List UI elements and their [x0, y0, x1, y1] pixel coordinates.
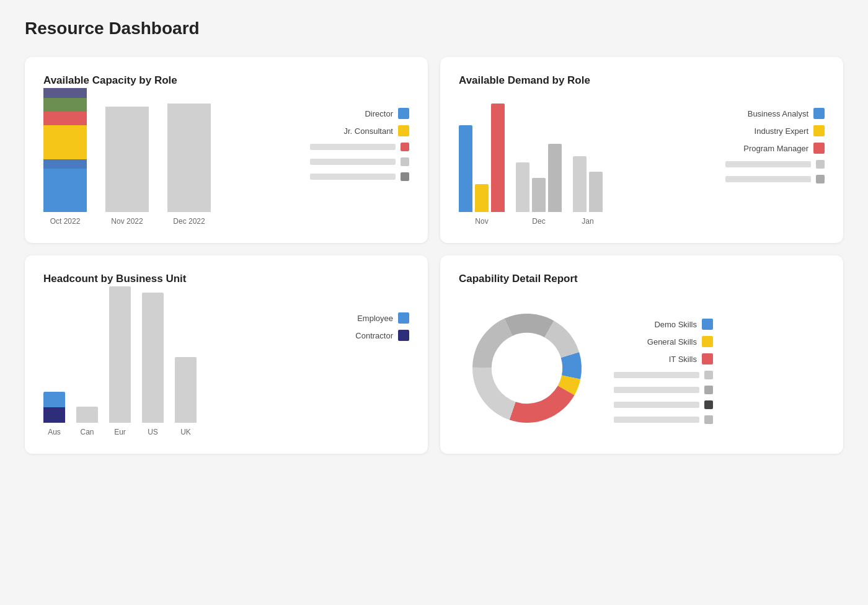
bar-x-label: Can: [80, 428, 94, 436]
demand-card: Available Demand by Role NovDecJan Busin…: [440, 57, 843, 243]
legend-item: Contractor: [329, 330, 409, 341]
legend-swatch: [398, 125, 409, 136]
legend-item: Demo Skills: [614, 319, 713, 330]
bar-x-label: Dec 2022: [173, 217, 205, 226]
legend-item: Employee: [329, 312, 409, 324]
capacity-bar-group: Nov 2022: [105, 88, 149, 226]
legend-item: Program Manager: [725, 143, 825, 154]
demand-bar-group: Dec: [516, 94, 562, 226]
legend-swatch: [702, 319, 713, 330]
page-title: Resource Dashboard: [25, 19, 843, 38]
legend-swatch: [704, 415, 713, 424]
demand-bar: [516, 162, 529, 212]
demand-bar-group: Jan: [573, 94, 603, 226]
legend-swatch: [704, 400, 713, 409]
legend-swatch: [816, 160, 825, 169]
legend-swatch: [398, 108, 409, 119]
employee-bar: [109, 286, 131, 423]
demand-bar: [491, 104, 505, 212]
legend-rect: [310, 174, 396, 180]
bar-x-label: Aus: [48, 428, 61, 436]
legend-swatch: [813, 108, 825, 119]
legend-rect: [614, 402, 699, 408]
donut-wrapper: [459, 300, 595, 436]
legend-swatch: [398, 330, 409, 341]
donut-segment: [472, 319, 512, 368]
legend-swatch: [704, 371, 713, 379]
legend-rect: [725, 161, 811, 167]
headcount-legend: EmployeeContractor: [329, 300, 409, 341]
legend-swatch: [401, 143, 409, 151]
legend-swatch: [702, 336, 713, 347]
capability-chart-title: Capability Detail Report: [459, 273, 825, 285]
donut-segment: [510, 386, 575, 423]
legend-rect: [725, 176, 811, 182]
demand-bar: [532, 178, 546, 212]
headcount-bar-group: Aus: [43, 286, 65, 436]
capacity-bars-container: Oct 2022Nov 2022Dec 2022: [43, 102, 298, 226]
legend-swatch: [704, 386, 713, 394]
legend-item: [725, 160, 825, 169]
headcount-bar-group: Can: [76, 286, 98, 436]
dashboard-grid: Available Capacity by Role Oct 2022Nov 2…: [25, 57, 843, 454]
legend-swatch: [398, 312, 409, 324]
legend-swatch: [401, 172, 409, 181]
demand-bar: [589, 172, 603, 212]
capacity-card: Available Capacity by Role Oct 2022Nov 2…: [25, 57, 428, 243]
legend-rect: [310, 159, 396, 165]
headcount-bar-group: Eur: [109, 286, 131, 436]
capability-section: Demo SkillsGeneral SkillsIT Skills: [459, 300, 825, 436]
headcount-bar-group: US: [142, 286, 164, 436]
legend-item: Director: [310, 108, 409, 119]
headcount-card: Headcount by Business Unit AusCanEurUSUK…: [25, 255, 428, 454]
demand-bar: [548, 144, 562, 212]
demand-bar: [459, 125, 472, 212]
employee-bar: [142, 293, 164, 423]
capacity-bars: Oct 2022Nov 2022Dec 2022: [43, 102, 298, 226]
demand-bars: NovDecJan: [459, 102, 713, 226]
legend-item: [614, 415, 713, 424]
donut-svg: [459, 300, 595, 436]
legend-rect: [614, 372, 699, 378]
demand-legend: Business AnalystIndustry ExpertProgram M…: [725, 102, 825, 183]
legend-item: Jr. Consultant: [310, 125, 409, 136]
legend-item: IT Skills: [614, 353, 713, 364]
headcount-chart-title: Headcount by Business Unit: [43, 273, 409, 285]
headcount-chart-area: AusCanEurUSUK EmployeeContractor: [43, 300, 409, 436]
bar-x-label: Nov: [475, 217, 488, 226]
bar-x-label: Jan: [582, 217, 593, 226]
legend-item: [614, 386, 713, 394]
demand-bar: [475, 184, 489, 212]
headcount-bar-group: UK: [175, 286, 197, 436]
legend-item: [310, 157, 409, 166]
legend-rect: [310, 144, 396, 150]
legend-item: [725, 175, 825, 183]
capacity-bar-group: Oct 2022: [43, 88, 87, 226]
legend-swatch: [813, 143, 825, 154]
demand-bars-container: NovDecJan: [459, 102, 713, 226]
legend-rect: [614, 417, 699, 423]
legend-swatch: [702, 353, 713, 364]
employee-bar: [76, 407, 98, 423]
legend-item: [310, 143, 409, 151]
bar-x-label: Dec: [532, 217, 545, 226]
legend-rect: [614, 387, 699, 393]
capacity-chart-title: Available Capacity by Role: [43, 74, 409, 87]
legend-swatch: [816, 175, 825, 183]
bar-x-label: Oct 2022: [50, 217, 81, 226]
demand-bar: [573, 156, 587, 212]
legend-item: Industry Expert: [725, 125, 825, 136]
headcount-bars-container: AusCanEurUSUK: [43, 300, 316, 436]
legend-item: General Skills: [614, 336, 713, 347]
demand-bar-group: Nov: [459, 94, 505, 226]
bar-x-label: UK: [180, 428, 191, 436]
bar-x-label: US: [148, 428, 158, 436]
capacity-legend: DirectorJr. Consultant: [310, 102, 409, 181]
legend-item: [310, 172, 409, 181]
headcount-bars: AusCanEurUSUK: [43, 300, 316, 436]
donut-segment: [472, 368, 516, 420]
capability-card: Capability Detail Report Demo SkillsGene…: [440, 255, 843, 454]
bar-x-label: Eur: [114, 428, 126, 436]
legend-item: [614, 400, 713, 409]
donut-segment: [505, 314, 554, 337]
